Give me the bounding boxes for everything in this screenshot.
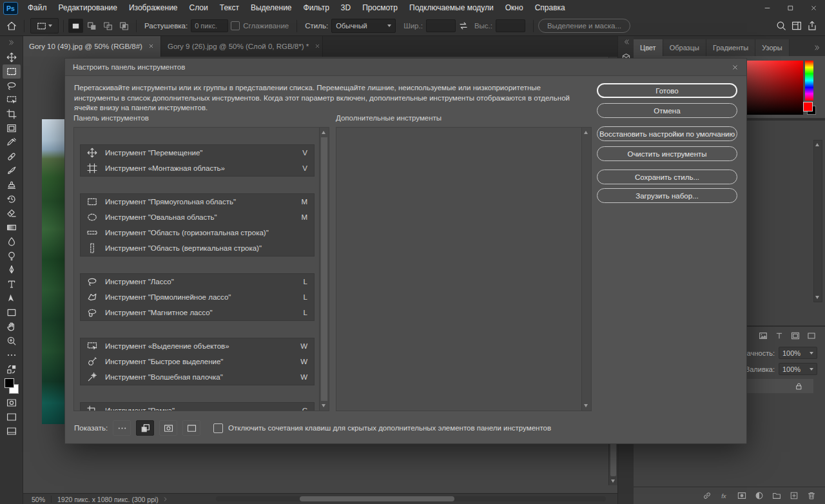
sel-new-icon[interactable] [68,19,83,33]
tool-row[interactable]: Инструмент "Магнитное лассо"L [81,305,314,320]
panel-scrollbar[interactable] [813,140,822,302]
collapse-dock-icon[interactable] [623,39,630,45]
mask-icon[interactable] [737,491,746,500]
history-brush-icon[interactable] [3,192,21,206]
trash-icon[interactable] [807,491,816,500]
swap-colors-icon[interactable] [3,362,21,376]
scroll-down-arrow[interactable] [584,404,588,407]
height-input[interactable] [496,19,525,32]
list-scroll-thumb[interactable] [321,137,327,401]
ellipsis-icon[interactable] [113,420,131,436]
status-chevron-icon[interactable] [162,496,168,502]
shape-icon[interactable] [807,331,816,340]
menu-item[interactable]: Справка [529,0,571,16]
link-icon[interactable] [703,491,712,500]
menu-item[interactable]: Файл [22,0,53,16]
dodge-icon[interactable] [3,249,21,263]
zoom-level[interactable]: 50% [32,496,45,503]
scroll-up-arrow[interactable] [584,131,588,134]
swatch-overlap-icon[interactable] [136,420,154,436]
sel-intersect-icon[interactable] [117,19,131,33]
fx-icon[interactable]: fx [720,491,729,500]
menu-item[interactable]: Подключаемые модули [403,0,500,16]
panel-tab[interactable]: Узоры [755,39,789,56]
screen-mode-icon[interactable] [182,420,200,436]
color-swatches[interactable] [3,378,20,394]
opacity-value[interactable]: 100% [779,347,817,359]
lasso-icon[interactable] [3,79,21,93]
menu-item[interactable]: Фильтр [298,0,335,16]
panel-menu-icon[interactable] [814,39,820,56]
antialias-checkbox[interactable] [231,21,240,30]
dialog-button[interactable]: Восстановить настройки по умолчанию [597,126,737,141]
tab-close-icon[interactable] [148,43,154,49]
screen-mode-alt-icon[interactable] [3,424,21,438]
type-icon[interactable] [3,277,21,291]
eyedropper-icon[interactable] [3,135,21,150]
swap-wh-icon[interactable] [456,18,471,34]
eraser-icon[interactable] [3,206,21,220]
path-select-icon[interactable] [3,291,21,305]
scroll-down-arrow[interactable] [322,404,325,407]
disable-shortcuts-checkbox[interactable] [213,423,223,433]
tab-close-icon[interactable] [315,43,320,49]
crop-icon[interactable] [3,107,21,121]
foreground-color-swatch[interactable] [5,378,14,388]
dialog-close-icon[interactable] [732,64,739,71]
tool-row[interactable]: Инструмент "Лассо"L [81,274,314,289]
search-icon[interactable] [773,18,789,34]
sel-sub-icon[interactable] [101,19,115,33]
lock-icon[interactable] [795,382,803,391]
hand-icon[interactable] [3,320,21,334]
menu-item[interactable]: Текст [214,0,245,16]
pen-icon[interactable] [3,263,21,277]
quick-mask-icon[interactable] [3,396,21,410]
document-tab[interactable]: Gory 10 (49).jpg @ 50% (RGB/8#) [23,35,161,57]
image-icon[interactable] [759,331,768,340]
tool-row[interactable]: Инструмент "Рамка"C [81,403,314,411]
home-icon[interactable] [4,18,19,34]
new-layer-icon[interactable] [790,491,799,500]
shape-icon[interactable] [3,305,21,320]
win-min-icon[interactable] [755,0,779,16]
dialog-title-bar[interactable]: Настроить панель инструментов [65,59,746,76]
brush-icon[interactable] [3,164,21,178]
tool-row[interactable]: Инструмент «Выделение объектов»W [81,338,314,354]
list-scrollbar[interactable] [581,128,591,411]
folder-icon[interactable] [772,491,781,500]
move-icon[interactable] [3,50,21,64]
frame-icon[interactable] [3,121,21,135]
menu-item[interactable]: Окно [500,0,529,16]
tool-row[interactable]: Инструмент "Прямоугольная область"M [81,194,314,209]
fill-value[interactable]: 100% [779,363,817,375]
menu-item[interactable]: Просмотр [356,0,403,16]
document-tab[interactable]: Gory 9 (26).jpg @ 50% (Слой 0, RGB/8*) * [161,35,323,57]
tool-row[interactable]: Инструмент "Волшебная палочка"W [81,369,314,385]
panel-tab[interactable]: Образцы [663,39,706,56]
adjust-icon[interactable] [755,491,764,500]
select-and-mask-button[interactable]: Выделение и маска... [538,19,630,33]
blur-icon[interactable] [3,235,21,249]
dialog-button[interactable]: Готово [597,83,737,98]
object-select-icon[interactable] [3,93,21,107]
horizontal-scroll-thumb[interactable] [300,496,454,501]
ellipsis-icon[interactable] [3,348,21,362]
hue-slider[interactable] [805,61,813,101]
tool-row[interactable]: Инструмент "Быстрое выделение"W [81,354,314,369]
dialog-button[interactable]: Очистить инструменты [597,146,737,161]
dialog-button[interactable]: Отмена [597,103,737,118]
frame-icon[interactable] [791,331,800,340]
style-select[interactable]: Обычный [331,19,396,33]
share-icon[interactable] [804,18,820,34]
workspace-icon[interactable] [789,18,804,34]
tool-row[interactable]: Инструмент "Область (вертикальная строка… [81,240,314,256]
tool-preset-picker[interactable] [30,18,59,34]
tool-row[interactable]: Инструмент "Область (горизонтальная стро… [81,225,314,240]
tool-row[interactable]: Инструмент "Овальная область"M [81,209,314,225]
healing-icon[interactable] [3,150,21,164]
zoom-icon[interactable] [3,334,21,348]
width-input[interactable] [426,19,456,32]
feather-input[interactable]: 0 пикс. [191,19,228,32]
scroll-down-arrow[interactable] [815,296,819,299]
collapse-tools-icon[interactable] [8,37,15,48]
